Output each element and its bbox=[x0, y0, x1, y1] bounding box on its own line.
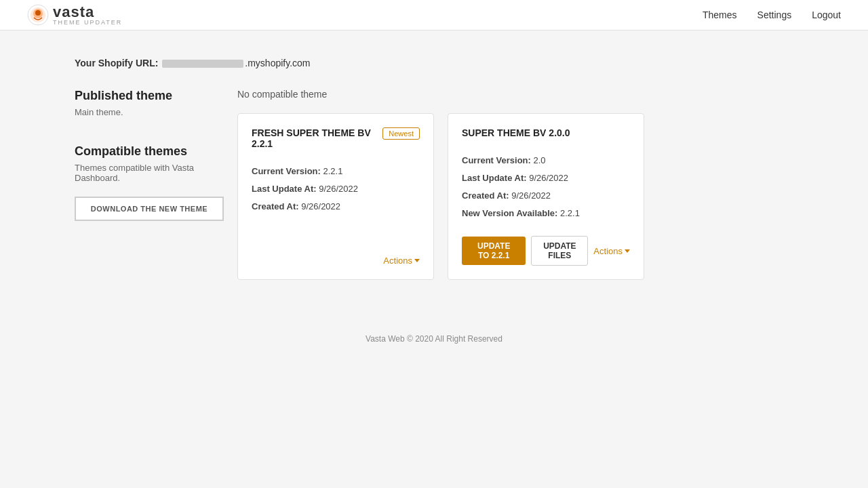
shopify-url-label: Your Shopify URL: bbox=[75, 58, 158, 68]
actions-button-1[interactable]: Actions bbox=[383, 256, 420, 266]
theme-current-version-label-2: Current Version: bbox=[462, 155, 531, 165]
theme-card-2: SUPER THEME BV 2.0.0 Current Version: 2.… bbox=[448, 113, 644, 280]
nav-themes[interactable]: Themes bbox=[703, 9, 737, 20]
theme-last-update-1: Last Update At: 9/26/2022 bbox=[252, 180, 420, 198]
theme-card-footer-1: Actions bbox=[252, 256, 420, 266]
theme-current-version-2: Current Version: 2.0 bbox=[462, 152, 630, 169]
theme-info-2: Current Version: 2.0 Last Update At: 9/2… bbox=[462, 152, 630, 222]
logo-vasta: vasta bbox=[53, 5, 122, 20]
svg-point-3 bbox=[35, 10, 41, 16]
right-panel: No compatible theme FRESH SUPER THEME BV… bbox=[237, 89, 793, 280]
compatible-themes-subtitle: Themes compatible with Vasta Dashboard. bbox=[75, 163, 224, 183]
theme-created-label-2: Created At: bbox=[462, 190, 509, 201]
theme-created-label-1: Created At: bbox=[252, 201, 299, 211]
update-to-version-button[interactable]: UPDATE TO 2.2.1 bbox=[462, 237, 526, 265]
actions-label-1: Actions bbox=[383, 256, 412, 266]
theme-new-version-2: New Version Available: 2.2.1 bbox=[462, 205, 630, 222]
theme-card-header-2: SUPER THEME BV 2.0.0 bbox=[462, 127, 630, 138]
chevron-down-icon-2 bbox=[625, 249, 630, 253]
footer-text: Vasta Web © 2020 All Right Reserved bbox=[366, 334, 502, 344]
theme-card-footer-2: UPDATE TO 2.2.1 UPDATE FILES Actions bbox=[462, 236, 630, 266]
theme-last-update-2: Last Update At: 9/26/2022 bbox=[462, 169, 630, 187]
chevron-down-icon-1 bbox=[414, 259, 420, 262]
shopify-url-blur bbox=[162, 60, 243, 68]
logo-text: vasta THEME UPDATER bbox=[53, 5, 122, 26]
published-theme-title: Published theme bbox=[75, 89, 224, 103]
newest-badge-1: Newest bbox=[382, 127, 420, 140]
published-theme-subtitle: Main theme. bbox=[75, 107, 224, 117]
nav-logout[interactable]: Logout bbox=[812, 9, 841, 20]
theme-last-update-label-1: Last Update At: bbox=[252, 184, 317, 194]
theme-created-1: Created At: 9/26/2022 bbox=[252, 198, 420, 216]
actions-label-2: Actions bbox=[593, 246, 623, 256]
main-nav: Themes Settings Logout bbox=[703, 9, 841, 20]
theme-name-1: FRESH SUPER THEME BV 2.2.1 bbox=[252, 127, 376, 149]
shopify-url-domain: .myshopify.com bbox=[245, 58, 310, 68]
nav-settings[interactable]: Settings bbox=[757, 9, 792, 20]
theme-card-1: FRESH SUPER THEME BV 2.2.1 Newest Curren… bbox=[237, 113, 434, 280]
theme-created-2: Created At: 9/26/2022 bbox=[462, 187, 630, 205]
main-content: Your Shopify URL: .myshopify.com Publish… bbox=[61, 30, 807, 307]
compatible-themes-title: Compatible themes bbox=[75, 144, 224, 159]
vasta-logo-icon bbox=[27, 4, 49, 26]
theme-new-version-label-2: New Version Available: bbox=[462, 208, 557, 218]
theme-name-2: SUPER THEME BV 2.0.0 bbox=[462, 127, 623, 138]
themes-grid: FRESH SUPER THEME BV 2.2.1 Newest Curren… bbox=[237, 113, 793, 280]
theme-last-update-label-2: Last Update At: bbox=[462, 173, 527, 183]
footer: Vasta Web © 2020 All Right Reserved bbox=[0, 307, 868, 371]
actions-button-2[interactable]: Actions bbox=[593, 246, 630, 256]
left-panel: Published theme Main theme. Compatible t… bbox=[75, 89, 224, 221]
theme-current-version-1: Current Version: 2.2.1 bbox=[252, 163, 420, 180]
download-new-theme-button[interactable]: DOWNLOAD THE NEW THEME bbox=[75, 197, 224, 221]
no-compatible-theme-text: No compatible theme bbox=[237, 89, 793, 100]
theme-current-version-label-1: Current Version: bbox=[252, 166, 321, 176]
logo-subtitle: THEME UPDATER bbox=[53, 20, 122, 26]
logo: vasta THEME UPDATER bbox=[27, 4, 122, 26]
theme-info-1: Current Version: 2.2.1 Last Update At: 9… bbox=[252, 163, 420, 216]
update-files-button[interactable]: UPDATE FILES bbox=[531, 236, 588, 266]
shopify-url-row: Your Shopify URL: .myshopify.com bbox=[75, 58, 793, 68]
theme-card-header-1: FRESH SUPER THEME BV 2.2.1 Newest bbox=[252, 127, 420, 149]
